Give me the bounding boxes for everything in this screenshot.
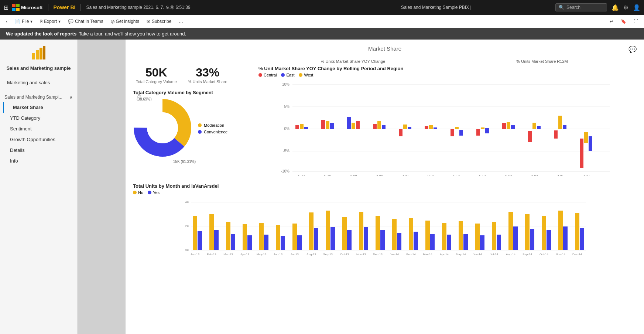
svg-text:P-02: P-02 [531, 174, 538, 176]
svg-point-6 [147, 112, 178, 143]
undo-button[interactable]: ↩ [607, 17, 616, 25]
topbar-actions: 🔍 Search 🔔 ⚙ 👤 [555, 3, 640, 11]
ms-sq1 [12, 4, 16, 7]
svg-rect-83 [292, 224, 297, 250]
svg-text:2K: 2K [185, 224, 189, 228]
back-button[interactable]: ‹ [3, 17, 10, 25]
fullscreen-button[interactable]: ⛶ [631, 17, 641, 25]
sidebar-group-header[interactable]: Sales and Marketing Sampl... ∧ [0, 92, 77, 102]
comment-icon[interactable]: 💬 [628, 45, 637, 54]
svg-rect-111 [525, 214, 530, 250]
divider1 [48, 4, 48, 11]
svg-rect-33 [429, 125, 433, 129]
svg-rect-99 [425, 221, 430, 250]
sidebar-item-info[interactable]: Info [3, 156, 77, 166]
file-button[interactable]: 📄 File ▾ [12, 17, 35, 25]
svg-rect-47 [554, 130, 558, 139]
svg-rect-18 [300, 124, 304, 129]
legend-moderation-label: Moderation [204, 123, 224, 127]
donut-top-label: 9K (38.69%) [137, 93, 152, 101]
yoy-dot-west [299, 73, 302, 77]
svg-text:Sep-14: Sep-14 [523, 253, 532, 256]
bookmark-button[interactable]: 🔖 [618, 17, 629, 25]
svg-rect-49 [563, 125, 566, 129]
svg-rect-89 [342, 217, 347, 250]
sidebar-logo-icon [31, 45, 46, 63]
export-button[interactable]: ⎘ Export ▾ [37, 17, 64, 25]
svg-text:May-13: May-13 [257, 253, 267, 256]
sidebar-item-sentiment[interactable]: Sentiment [3, 123, 77, 134]
svg-rect-45 [532, 123, 536, 129]
search-box[interactable]: 🔍 Search [555, 3, 607, 11]
svg-text:Jul-13: Jul-13 [291, 253, 299, 256]
notification-bar: We updated the look of reports Take a to… [0, 28, 644, 40]
sidebar-item-marketing[interactable]: Marketing and sales [0, 77, 77, 88]
sidebar-item-growth[interactable]: Growth Opportunities [3, 134, 77, 145]
search-icon: 🔍 [559, 5, 564, 10]
svg-text:Jan-14: Jan-14 [390, 253, 399, 256]
report-filename: Sales and Marketing sample 2021. 6. 7. 오… [86, 4, 317, 11]
bell-icon[interactable]: 🔔 [612, 4, 619, 11]
svg-text:Dec-13: Dec-13 [373, 253, 383, 256]
svg-rect-27 [377, 121, 381, 129]
legend-dot-convenience [198, 130, 202, 134]
bottom-legend-no: No [133, 190, 143, 195]
subscribe-button[interactable]: ✉ Subscribe [144, 17, 174, 25]
svg-rect-84 [297, 235, 302, 250]
svg-text:-10%: -10% [281, 169, 290, 173]
svg-rect-75 [226, 222, 230, 250]
waffle-icon[interactable]: ⊞ [4, 4, 8, 11]
svg-rect-91 [359, 212, 363, 250]
sidebar-item-growth-label: Growth Opportunities [10, 137, 55, 142]
svg-rect-48 [558, 116, 562, 129]
svg-rect-85 [309, 212, 314, 250]
svg-rect-20 [321, 120, 325, 129]
toolbar-right: ↩ 🔖 ⛶ [607, 17, 641, 25]
svg-rect-81 [276, 225, 280, 250]
file-label: File [22, 19, 29, 24]
main-layout: Sales and Marketing sample Marketing and… [0, 40, 644, 334]
svg-rect-97 [409, 218, 413, 250]
more-button[interactable]: … [176, 17, 186, 25]
get-insights-button[interactable]: ◎ Get insights [108, 17, 142, 25]
chat-in-teams-button[interactable]: 💬 Chat in Teams [65, 17, 106, 25]
svg-rect-46 [537, 126, 541, 129]
microsoft-logo: Microsoft [12, 4, 43, 11]
export-icon: ⎘ [40, 19, 42, 24]
svg-rect-29 [399, 129, 402, 136]
profile-icon[interactable]: 👤 [633, 4, 640, 11]
svg-text:Apr-13: Apr-13 [240, 253, 250, 256]
sidebar-item-ytd-category[interactable]: YTD Category [3, 113, 77, 123]
svg-text:Oct-13: Oct-13 [340, 253, 349, 256]
svg-text:P-05: P-05 [453, 174, 460, 176]
more-icon: … [179, 19, 183, 24]
gear-icon[interactable]: ⚙ [623, 4, 628, 11]
svg-rect-90 [347, 230, 352, 250]
yoy-header2: % Units Market Share R12M [448, 59, 637, 64]
file-icon: 📄 [15, 19, 20, 24]
svg-rect-79 [259, 223, 264, 250]
svg-rect-108 [497, 235, 501, 250]
bottom-chart-title: Total Units by Month and isVanArsdel [133, 183, 637, 189]
svg-rect-42 [507, 122, 510, 129]
donut-legend: Moderation Convenience [198, 123, 227, 134]
bottom-dot-yes [148, 191, 151, 194]
svg-rect-77 [243, 224, 247, 250]
svg-rect-44 [528, 131, 532, 142]
svg-rect-98 [414, 232, 418, 250]
donut-title: Total Category Volume by Segment [133, 90, 258, 95]
svg-text:Nov-13: Nov-13 [356, 253, 366, 256]
sidebar-item-details-label: Details [10, 147, 25, 153]
svg-rect-19 [304, 127, 308, 129]
svg-text:Dec-14: Dec-14 [572, 253, 582, 256]
svg-rect-100 [430, 234, 435, 250]
sidebar-item-details[interactable]: Details [3, 145, 77, 156]
svg-rect-22 [330, 123, 334, 129]
sidebar-item-market-share[interactable]: Market Share [3, 102, 77, 113]
yoy-dot-east [281, 73, 285, 77]
svg-rect-105 [475, 224, 480, 250]
yoy-chart-section: % Unit Market Share YOY Change by Rollin… [258, 66, 637, 177]
left-panel: 50K Total Category Volume 33% % Units Ma… [133, 66, 258, 177]
svg-text:10%: 10% [282, 82, 290, 86]
svg-rect-94 [380, 230, 385, 250]
